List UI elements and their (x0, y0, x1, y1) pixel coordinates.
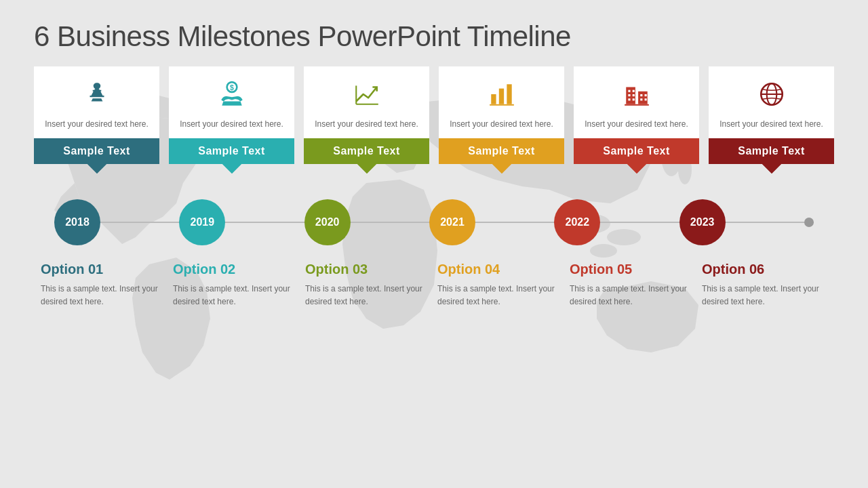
timeline-node-2019: 2019 (179, 199, 225, 245)
svg-rect-21 (640, 94, 642, 96)
option-title-5: Option 05 (570, 262, 695, 277)
card-text-5: Insert your desired text here. (585, 118, 688, 130)
building-icon (623, 77, 651, 111)
svg-rect-10 (498, 89, 503, 104)
option-title-3: Option 03 (305, 262, 431, 277)
svg-rect-17 (628, 94, 630, 96)
bar-chart-icon (488, 77, 516, 111)
card-text-6: Insert your desired text here. (719, 118, 823, 130)
page-title: 6 Business Milestones PowerPoint Timelin… (34, 20, 834, 53)
option-text-5: This is a sample text. Insert your desir… (570, 283, 695, 308)
option-item-5: Option 05 This is a sample text. Insert … (570, 262, 695, 308)
money-hand-icon: $ (218, 77, 246, 111)
card-label-1: Sample Text (34, 138, 159, 164)
option-item-2: Option 02 This is a sample text. Insert … (173, 262, 298, 308)
option-title-1: Option 01 (41, 262, 166, 277)
chart-up-icon (353, 77, 381, 111)
svg-rect-9 (491, 94, 496, 104)
svg-rect-22 (644, 94, 646, 96)
milestone-card-2: $ Insert your desired text here. Sample … (169, 66, 294, 164)
card-label-5: Sample Text (574, 138, 699, 164)
option-text-6: This is a sample text. Insert your desir… (702, 283, 827, 308)
svg-rect-23 (640, 98, 642, 100)
option-text-2: This is a sample text. Insert your desir… (173, 283, 298, 308)
timeline-row: 201820192020202120222023 (34, 199, 834, 245)
cards-container: Insert your desired text here. Sample Te… (34, 66, 834, 164)
svg-rect-18 (632, 94, 634, 96)
option-title-2: Option 02 (173, 262, 298, 277)
milestone-card-3: Insert your desired text here. Sample Te… (304, 66, 429, 164)
timeline-node-2022: 2022 (554, 199, 600, 245)
milestone-card-4: Insert your desired text here. Sample Te… (439, 66, 564, 164)
svg-rect-16 (632, 90, 634, 92)
svg-rect-20 (632, 98, 634, 100)
card-text-2: Insert your desired text here. (180, 118, 283, 130)
svg-rect-14 (638, 92, 648, 104)
card-text-4: Insert your desired text here. (450, 118, 553, 130)
timeline-node-2021: 2021 (429, 199, 475, 245)
card-text-3: Insert your desired text here. (315, 118, 418, 130)
card-label-2: Sample Text (169, 138, 294, 164)
card-label-6: Sample Text (709, 138, 834, 164)
svg-rect-11 (507, 84, 511, 104)
milestone-card-1: Insert your desired text here. Sample Te… (34, 66, 159, 164)
svg-rect-15 (628, 90, 630, 92)
svg-point-2 (590, 244, 617, 258)
option-text-3: This is a sample text. Insert your desir… (305, 283, 431, 308)
option-text-4: This is a sample text. Insert your desir… (437, 283, 563, 308)
timeline-node-2018: 2018 (54, 199, 100, 245)
svg-rect-24 (644, 98, 646, 100)
chess-icon (83, 77, 111, 111)
option-title-6: Option 06 (702, 262, 827, 277)
svg-text:$: $ (230, 83, 234, 92)
option-item-1: Option 01 This is a sample text. Insert … (41, 262, 166, 308)
card-text-1: Insert your desired text here. (45, 118, 149, 130)
svg-rect-25 (625, 104, 649, 106)
globe-icon (757, 77, 786, 111)
option-item-6: Option 06 This is a sample text. Insert … (702, 262, 827, 308)
svg-rect-19 (628, 98, 630, 100)
timeline-end-dot (804, 218, 814, 227)
options-row: Option 01 This is a sample text. Insert … (34, 262, 834, 308)
option-title-4: Option 04 (437, 262, 563, 277)
milestone-card-6: Insert your desired text here. Sample Te… (709, 66, 834, 164)
milestone-card-5: Insert your desired text here. Sample Te… (574, 66, 699, 164)
option-item-3: Option 03 This is a sample text. Insert … (305, 262, 431, 308)
slide: 6 Business Milestones PowerPoint Timelin… (0, 0, 868, 488)
option-text-1: This is a sample text. Insert your desir… (41, 283, 166, 308)
timeline-node-2020: 2020 (304, 199, 351, 245)
card-label-4: Sample Text (439, 138, 564, 164)
timeline-node-2023: 2023 (679, 199, 726, 245)
card-label-3: Sample Text (304, 138, 429, 164)
option-item-4: Option 04 This is a sample text. Insert … (437, 262, 563, 308)
